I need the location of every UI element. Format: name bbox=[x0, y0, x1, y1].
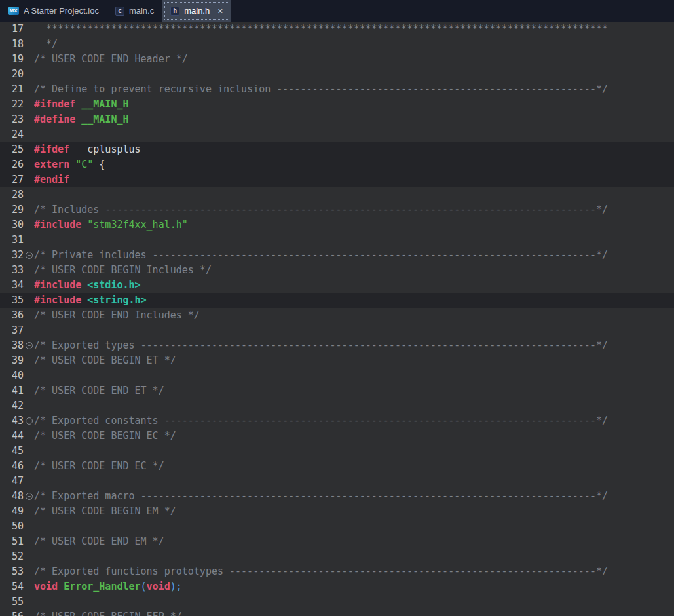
tab-a-starter-project-ioc[interactable]: MXA Starter Project.ioc bbox=[0, 0, 107, 22]
code-line-32[interactable]: 32−/* Private includes -----------------… bbox=[0, 248, 674, 263]
code-line-22[interactable]: 22#ifndef __MAIN_H bbox=[0, 97, 674, 112]
line-number[interactable]: 32 bbox=[7, 248, 24, 263]
line-number[interactable]: 30 bbox=[7, 218, 24, 233]
token-dir: #ifdef bbox=[34, 144, 69, 155]
line-number[interactable]: 41 bbox=[7, 383, 24, 398]
line-number[interactable]: 45 bbox=[7, 444, 24, 459]
code-line-44[interactable]: 44/* USER CODE BEGIN EC */ bbox=[0, 429, 674, 444]
line-number[interactable]: 27 bbox=[7, 172, 24, 187]
code-line-30[interactable]: 30#include "stm32f4xx_hal.h" bbox=[0, 218, 674, 233]
line-number[interactable]: 21 bbox=[7, 82, 24, 97]
code-line-54[interactable]: 54void Error_Handler(void); bbox=[0, 579, 674, 594]
line-number[interactable]: 52 bbox=[7, 549, 24, 564]
code-line-35[interactable]: 35#include <string.h> bbox=[0, 293, 674, 308]
line-number[interactable]: 22 bbox=[7, 97, 24, 112]
code-line-27[interactable]: 27#endif bbox=[0, 172, 674, 187]
code-line-25[interactable]: 25#ifdef __cplusplus bbox=[0, 142, 674, 157]
line-number[interactable]: 49 bbox=[7, 504, 24, 519]
fold-collapse-icon[interactable]: − bbox=[24, 414, 34, 429]
tab-close-icon[interactable]: × bbox=[217, 7, 223, 16]
code-line-38[interactable]: 38−/* Exported types -------------------… bbox=[0, 338, 674, 353]
fold-collapse-icon[interactable]: − bbox=[26, 342, 33, 349]
line-number[interactable]: 40 bbox=[7, 368, 24, 383]
code-line-42[interactable]: 42 bbox=[0, 398, 674, 414]
code-line-51[interactable]: 51/* USER CODE END EM */ bbox=[0, 534, 674, 549]
code-line-17[interactable]: 17 *************************************… bbox=[0, 22, 674, 37]
code-line-33[interactable]: 33/* USER CODE BEGIN Includes */ bbox=[0, 263, 674, 278]
line-number[interactable]: 39 bbox=[7, 353, 24, 368]
tab-main-c[interactable]: cmain.c bbox=[107, 0, 162, 22]
code-line-21[interactable]: 21/* Define to prevent recursive inclusi… bbox=[0, 82, 674, 97]
code-line-53[interactable]: 53/* Exported functions prototypes -----… bbox=[0, 564, 674, 579]
line-number[interactable]: 29 bbox=[7, 202, 24, 218]
code-line-29[interactable]: 29/* Includes --------------------------… bbox=[0, 202, 674, 218]
code-line-28[interactable]: 28 bbox=[0, 187, 674, 202]
line-number[interactable]: 17 bbox=[7, 22, 24, 37]
code-line-46[interactable]: 46/* USER CODE END EC */ bbox=[0, 459, 674, 474]
line-number[interactable]: 50 bbox=[7, 519, 24, 534]
line-number[interactable]: 36 bbox=[7, 308, 24, 323]
token-comment: /* Exported macro ----------------------… bbox=[34, 490, 608, 502]
line-number[interactable]: 20 bbox=[7, 67, 24, 82]
code-line-40[interactable]: 40 bbox=[0, 368, 674, 383]
line-number[interactable]: 43 bbox=[7, 414, 24, 429]
code-text: /* Exported macro ----------------------… bbox=[34, 489, 674, 504]
code-text: extern "C" { bbox=[34, 157, 674, 172]
line-number[interactable]: 34 bbox=[7, 278, 24, 293]
line-number[interactable]: 55 bbox=[7, 594, 24, 609]
token-plain bbox=[69, 159, 75, 170]
line-number[interactable]: 25 bbox=[7, 142, 24, 157]
line-number[interactable]: 31 bbox=[7, 233, 24, 248]
code-line-49[interactable]: 49/* USER CODE BEGIN EM */ bbox=[0, 504, 674, 519]
fold-collapse-icon[interactable]: − bbox=[24, 489, 34, 504]
line-number[interactable]: 19 bbox=[7, 52, 24, 67]
line-number[interactable]: 35 bbox=[7, 293, 24, 308]
code-line-19[interactable]: 19/* USER CODE END Header */ bbox=[0, 52, 674, 67]
code-line-34[interactable]: 34#include <stdio.h> bbox=[0, 278, 674, 293]
code-line-23[interactable]: 23#define __MAIN_H bbox=[0, 112, 674, 127]
code-editor[interactable]: 17 *************************************… bbox=[0, 22, 674, 616]
code-line-45[interactable]: 45 bbox=[0, 444, 674, 459]
line-number[interactable]: 18 bbox=[7, 37, 24, 52]
line-number[interactable]: 37 bbox=[7, 323, 24, 338]
line-number[interactable]: 48 bbox=[7, 489, 24, 504]
fold-collapse-icon[interactable]: − bbox=[26, 493, 33, 500]
line-number[interactable]: 51 bbox=[7, 534, 24, 549]
line-number[interactable]: 56 bbox=[7, 609, 24, 616]
fold-spacer bbox=[24, 22, 34, 37]
code-line-48[interactable]: 48−/* Exported macro -------------------… bbox=[0, 489, 674, 504]
code-line-50[interactable]: 50 bbox=[0, 519, 674, 534]
line-number[interactable]: 24 bbox=[7, 127, 24, 142]
code-line-55[interactable]: 55 bbox=[0, 594, 674, 609]
code-line-47[interactable]: 47 bbox=[0, 474, 674, 489]
line-number[interactable]: 54 bbox=[7, 579, 24, 594]
line-number[interactable]: 23 bbox=[7, 112, 24, 127]
line-number[interactable]: 26 bbox=[7, 157, 24, 172]
code-line-31[interactable]: 31 bbox=[0, 233, 674, 248]
line-number[interactable]: 53 bbox=[7, 564, 24, 579]
code-line-24[interactable]: 24 bbox=[0, 127, 674, 142]
line-number[interactable]: 46 bbox=[7, 459, 24, 474]
tab-main-h[interactable]: hmain.h× bbox=[162, 0, 231, 22]
code-line-20[interactable]: 20 bbox=[0, 67, 674, 82]
code-line-41[interactable]: 41/* USER CODE END ET */ bbox=[0, 383, 674, 398]
fold-collapse-icon[interactable]: − bbox=[24, 248, 34, 263]
line-number[interactable]: 33 bbox=[7, 263, 24, 278]
fold-collapse-icon[interactable]: − bbox=[24, 338, 34, 353]
code-line-18[interactable]: 18 */ bbox=[0, 37, 674, 52]
fold-collapse-icon[interactable]: − bbox=[26, 417, 33, 425]
fold-collapse-icon[interactable]: − bbox=[26, 252, 33, 259]
code-text: /* Exported constants ------------------… bbox=[34, 414, 674, 429]
code-line-56[interactable]: 56/* USER CODE BEGIN EFP */ bbox=[0, 609, 674, 616]
code-line-43[interactable]: 43−/* Exported constants ---------------… bbox=[0, 414, 674, 429]
line-number[interactable]: 47 bbox=[7, 474, 24, 489]
code-line-52[interactable]: 52 bbox=[0, 549, 674, 564]
line-number[interactable]: 38 bbox=[7, 338, 24, 353]
code-line-36[interactable]: 36/* USER CODE END Includes */ bbox=[0, 308, 674, 323]
line-number[interactable]: 42 bbox=[7, 398, 24, 414]
code-line-39[interactable]: 39/* USER CODE BEGIN ET */ bbox=[0, 353, 674, 368]
line-number[interactable]: 44 bbox=[7, 429, 24, 444]
code-line-26[interactable]: 26extern "C" { bbox=[0, 157, 674, 172]
code-line-37[interactable]: 37 bbox=[0, 323, 674, 338]
line-number[interactable]: 28 bbox=[7, 187, 24, 202]
